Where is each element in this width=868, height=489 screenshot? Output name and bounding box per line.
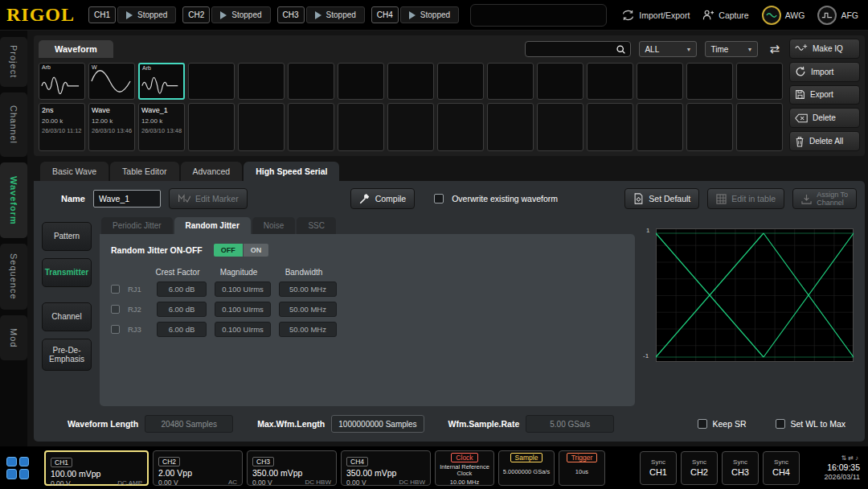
edit-in-table-button[interactable]: Edit in table	[707, 188, 784, 209]
waveform-slot-empty[interactable]	[338, 63, 384, 151]
tab-high-speed-serial[interactable]: High Speed Serial	[244, 162, 339, 181]
waveform-thumbnail-empty[interactable]	[238, 63, 285, 100]
waveform-slot-empty[interactable]	[487, 63, 534, 151]
statusbar-ch1-block[interactable]: CH1 100.00 mVpp 0.00 V DC AMP	[44, 450, 149, 486]
waveform-slot-empty[interactable]	[587, 63, 633, 151]
search-icon[interactable]	[616, 44, 626, 55]
import-export-button[interactable]: Import/Export	[618, 9, 693, 22]
waveform-thumbnail-empty[interactable]	[587, 63, 633, 100]
keep-sr-checkbox[interactable]	[698, 419, 707, 429]
afg-mode-button[interactable]: AFG	[814, 6, 862, 25]
nav-pattern-button[interactable]: Pattern	[42, 222, 92, 251]
waveform-thumbnail-empty[interactable]	[537, 63, 583, 100]
rj1-checkbox[interactable]	[111, 285, 120, 294]
sidebar-item-mod[interactable]: Mod	[0, 315, 27, 360]
statusbar-ch2-block[interactable]: CH2 2.00 Vpp 0.00 V AC	[153, 450, 243, 486]
sync-ch1-button[interactable]: Sync CH1	[640, 451, 677, 485]
waveform-thumbnail-empty[interactable]	[387, 63, 434, 100]
waveform-item-2ns[interactable]: Arb 2ns 20.00 k 26/03/10 11:12	[39, 63, 85, 151]
delete-all-button[interactable]: Delete All	[789, 131, 860, 151]
waveform-slot-empty[interactable]	[288, 63, 334, 151]
waveform-slot-empty[interactable]	[736, 63, 783, 151]
waveform-slot-empty[interactable]	[188, 63, 235, 151]
waveform-name-input[interactable]	[93, 190, 161, 208]
waveform-thumbnail-empty[interactable]	[437, 63, 484, 100]
rj2-crest-field[interactable]: 6.00 dB	[157, 302, 207, 317]
waveform-item-wave1-selected[interactable]: Arb Wave_1 12.00 k 26/03/10 13:48	[138, 63, 185, 151]
waveform-thumbnail-empty[interactable]	[736, 63, 783, 100]
overwrite-checkbox[interactable]	[434, 194, 444, 203]
rj3-magnitude-field[interactable]: 0.100 UIrms	[215, 322, 271, 337]
waveform-thumbnail[interactable]: W	[88, 63, 135, 100]
toggle-off-button[interactable]: OFF	[214, 244, 243, 257]
tab-ssc[interactable]: SSC	[297, 217, 336, 234]
tab-table-editor[interactable]: Table Editor	[110, 162, 178, 181]
waveform-slot-empty[interactable]	[686, 63, 733, 151]
delete-button[interactable]: Delete	[789, 108, 860, 128]
nav-channel-button[interactable]: Channel	[42, 302, 92, 331]
capture-button[interactable]: Capture	[699, 9, 751, 21]
waveform-length-field[interactable]: 20480 Samples	[145, 415, 233, 433]
sample-block[interactable]: Sample 5.0000000 GSa/s	[498, 450, 555, 486]
statusbar-ch3-block[interactable]: CH3 350.00 mVpp 0.00 V DC HBW	[247, 450, 337, 486]
waveform-browser-tab[interactable]: Waveform	[39, 40, 113, 58]
rj3-checkbox[interactable]	[111, 325, 120, 334]
make-iq-button[interactable]: Make IQ	[789, 39, 860, 59]
sort-by-dropdown[interactable]: Time ▼	[705, 41, 758, 57]
waveform-slot-empty[interactable]	[238, 63, 285, 151]
rj1-crest-field[interactable]: 6.00 dB	[157, 281, 207, 297]
export-button[interactable]: Export	[789, 85, 860, 105]
max-wfm-length-field[interactable]: 1000000000 Samples	[331, 415, 424, 433]
waveform-thumbnail-empty[interactable]	[288, 63, 334, 100]
rj3-crest-field[interactable]: 6.00 dB	[157, 322, 207, 337]
compile-button[interactable]: Compile	[350, 188, 416, 209]
sidebar-item-waveform[interactable]: Waveform	[0, 162, 27, 238]
sidebar-item-channel[interactable]: Channel	[0, 92, 27, 157]
tab-basic-wave[interactable]: Basic Wave	[40, 162, 108, 181]
search-box[interactable]	[525, 41, 631, 57]
rj1-bandwidth-field[interactable]: 50.00 MHz	[279, 281, 337, 297]
rj2-checkbox[interactable]	[111, 305, 120, 314]
tab-noise[interactable]: Noise	[252, 217, 296, 234]
waveform-slot-empty[interactable]	[437, 63, 484, 151]
channel-status-ch1[interactable]: CH1 Stopped	[88, 6, 176, 23]
sync-ch3-button[interactable]: Sync CH3	[722, 451, 759, 485]
sync-ch4-button[interactable]: Sync CH4	[763, 451, 800, 485]
tab-advanced[interactable]: Advanced	[181, 162, 243, 181]
waveform-thumbnail-empty[interactable]	[637, 63, 683, 100]
nav-transmitter-button[interactable]: Transmitter	[42, 258, 92, 287]
waveform-slot-empty[interactable]	[637, 63, 683, 151]
tab-random-jitter[interactable]: Random Jitter	[174, 217, 251, 234]
rj1-magnitude-field[interactable]: 0.100 UIrms	[215, 281, 271, 297]
tab-periodic-jitter[interactable]: Periodic Jitter	[101, 217, 173, 234]
import-button[interactable]: Import	[789, 62, 860, 82]
filter-type-dropdown[interactable]: ALL ▼	[639, 41, 697, 57]
waveform-thumbnail-selected[interactable]: Arb	[138, 63, 185, 100]
waveform-thumbnail-empty[interactable]	[188, 63, 235, 100]
waveform-thumbnail[interactable]: Arb	[39, 63, 85, 100]
apps-grid-button[interactable]	[6, 457, 29, 479]
toggle-on-button[interactable]: ON	[244, 244, 269, 257]
set-wl-to-max-checkbox[interactable]	[776, 419, 785, 429]
awg-mode-button[interactable]: AWG	[759, 6, 809, 25]
rj3-bandwidth-field[interactable]: 50.00 MHz	[279, 322, 337, 337]
set-default-button[interactable]: Set Default	[624, 188, 699, 209]
waveform-slot-empty[interactable]	[387, 63, 434, 151]
sync-ch2-button[interactable]: Sync CH2	[681, 451, 718, 485]
rj2-bandwidth-field[interactable]: 50.00 MHz	[279, 302, 337, 317]
waveform-thumbnail-empty[interactable]	[686, 63, 733, 100]
sidebar-item-project[interactable]: Project	[0, 37, 27, 87]
search-input[interactable]	[530, 45, 616, 54]
sidebar-item-sequence[interactable]: Sequence	[0, 244, 27, 310]
clock-block[interactable]: Clock Internal Reference Clock 10.00 MHz	[435, 450, 494, 486]
edit-marker-button[interactable]: Edit Marker	[169, 188, 248, 209]
waveform-item-wave[interactable]: W Wave 12.00 k 26/03/10 13:46	[88, 63, 135, 151]
waveform-thumbnail-empty[interactable]	[338, 63, 384, 100]
channel-status-ch3[interactable]: CH3 Stopped	[277, 6, 365, 23]
sort-order-icon[interactable]: ⇄	[766, 42, 783, 56]
waveform-thumbnail-empty[interactable]	[487, 63, 534, 100]
nav-pre-de-emphasis-button[interactable]: Pre-De-Emphasis	[42, 339, 92, 371]
trigger-block[interactable]: Trigger 10us	[559, 450, 605, 486]
channel-status-ch2[interactable]: CH2 Stopped	[182, 6, 270, 23]
channel-status-ch4[interactable]: CH4 Stopped	[371, 6, 459, 23]
